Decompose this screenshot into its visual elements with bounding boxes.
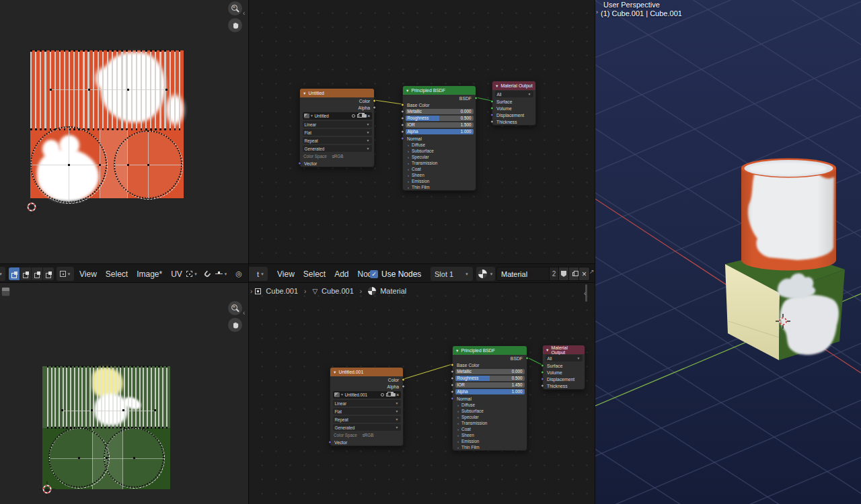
value-slider[interactable]: Roughness0.500: [406, 116, 474, 121]
input-socket[interactable]: [490, 120, 494, 124]
uv-select-edge-button[interactable]: [20, 267, 31, 280]
input-socket[interactable]: [541, 384, 544, 388]
node-header[interactable]: ▼Material Output: [492, 81, 535, 90]
unlink-material-button[interactable]: ×: [579, 267, 589, 280]
snap-toggle[interactable]: [202, 267, 211, 281]
input-socket[interactable]: [541, 371, 544, 374]
node-image-texture-001[interactable]: ▼Untitled.001ColorAlpha▼Untitled.001×Lin…: [330, 367, 404, 446]
output-socket[interactable]: [373, 99, 376, 103]
node-principled-bsdf[interactable]: ▼Principled BSDFBSDFBase ColorMetallic0.…: [402, 85, 476, 191]
menu-view[interactable]: View: [277, 269, 295, 279]
dropdown[interactable]: Repeat▼: [333, 416, 401, 423]
dropdown[interactable]: Generated▼: [333, 424, 401, 431]
input-socket[interactable]: [401, 103, 404, 107]
node-row-transmission[interactable]: ›Transmission: [453, 420, 527, 426]
node-row-diffuse[interactable]: ›Diffuse: [403, 142, 476, 148]
input-socket[interactable]: [451, 364, 454, 367]
collapse-icon[interactable]: ▼: [333, 370, 336, 374]
dropdown[interactable]: Linear▼: [333, 400, 401, 407]
value-slider[interactable]: Alpha1.000: [455, 389, 525, 394]
node-row-thin-film[interactable]: ›Thin Film: [453, 444, 527, 450]
menu-add[interactable]: Add: [334, 269, 348, 279]
material-users-count[interactable]: 2: [550, 267, 559, 280]
toolbar-expand-icon[interactable]: ›: [596, 9, 598, 15]
node-row-specular[interactable]: ›Specular: [403, 154, 476, 160]
node-header[interactable]: ▼Untitled.001: [330, 368, 403, 376]
input-socket[interactable]: [490, 114, 494, 117]
uv-2d-cursor[interactable]: [39, 481, 55, 497]
node-row-emission[interactable]: ›Emission: [403, 178, 476, 184]
node-row-subsurface[interactable]: ›Subsurface: [453, 408, 527, 414]
panel-divider[interactable]: [595, 0, 595, 504]
value-slider[interactable]: Metallic0.000: [406, 109, 474, 114]
input-socket[interactable]: [451, 397, 454, 401]
menu-view[interactable]: View: [79, 269, 97, 279]
collapse-icon[interactable]: ▼: [303, 91, 306, 95]
node-principled-bsdf-001[interactable]: ▼Principled BSDFBSDFBase ColorMetallic0.…: [452, 345, 527, 451]
use-nodes-checkbox[interactable]: ✓: [370, 270, 378, 278]
new-image-icon[interactable]: [386, 393, 389, 396]
shader-editor-top[interactable]: ▼UntitledColorAlpha▼Untitled×Linear▼Flat…: [249, 0, 595, 263]
dropdown[interactable]: Repeat▼: [303, 137, 372, 144]
uv-edge[interactable]: [62, 411, 155, 411]
new-image-icon[interactable]: [357, 114, 360, 118]
proportional-editing-toggle[interactable]: ◎: [233, 267, 244, 281]
input-socket[interactable]: [401, 110, 404, 114]
slot-dropdown[interactable]: Slot 1▼: [430, 267, 473, 281]
output-socket[interactable]: [474, 97, 478, 100]
image-datablock-field[interactable]: ▼Untitled.001×: [333, 391, 401, 398]
pan-hand-icon[interactable]: [228, 18, 242, 32]
value-slider[interactable]: IOR1.450: [455, 382, 525, 388]
collapse-icon[interactable]: ▼: [406, 89, 409, 93]
node-row-emission[interactable]: ›Emission: [453, 438, 527, 444]
input-socket[interactable]: [490, 107, 494, 110]
node-row-thin-film[interactable]: ›Thin Film: [403, 184, 476, 190]
uv-select-face-button[interactable]: [32, 267, 42, 280]
sidebar-collapse-icon[interactable]: ‹: [584, 290, 586, 297]
uv-2d-cursor[interactable]: [24, 199, 40, 215]
sticky-selection-dropdown[interactable]: ▼: [57, 267, 74, 281]
zoom-gizmo-icon[interactable]: [228, 1, 242, 15]
input-socket[interactable]: [451, 384, 454, 387]
output-socket[interactable]: [402, 378, 405, 382]
input-socket[interactable]: [328, 441, 332, 444]
open-image-icon[interactable]: [391, 393, 396, 396]
viewport-3d[interactable]: User Perspective (1) Cube.001 | Cube.001…: [595, 0, 861, 504]
input-socket[interactable]: [541, 364, 544, 368]
node-header[interactable]: ▼Principled BSDF: [403, 86, 476, 95]
fake-user-icon[interactable]: [352, 114, 355, 118]
node-material-output-001[interactable]: ▼Material OutputAll▼SurfaceVolumeDisplac…: [542, 345, 585, 390]
input-socket[interactable]: [490, 100, 494, 103]
input-socket[interactable]: [401, 117, 404, 120]
shader-type-dropdown[interactable]: t▼: [249, 267, 268, 281]
uv-select-vertex-button[interactable]: [9, 267, 20, 280]
uv-vertex-row[interactable]: [30, 50, 184, 52]
input-socket[interactable]: [451, 370, 454, 374]
dropdown[interactable]: Linear▼: [303, 121, 372, 128]
tool-tab-icon[interactable]: [1, 287, 10, 296]
panel-divider[interactable]: [248, 0, 249, 504]
sidebar-collapse-icon[interactable]: ‹: [243, 309, 245, 317]
node-header[interactable]: ▼Untitled: [300, 89, 374, 97]
node-row-sheen[interactable]: ›Sheen: [453, 432, 527, 438]
uv-edge[interactable]: [50, 89, 166, 90]
output-socket[interactable]: [402, 385, 405, 388]
image-datablock-field[interactable]: ▼Untitled×: [303, 112, 372, 120]
uv-image-editor-top[interactable]: ‹: [0, 0, 248, 263]
node-row-diffuse[interactable]: ›Diffuse: [453, 402, 527, 408]
pan-hand-icon[interactable]: [228, 318, 242, 332]
input-socket[interactable]: [451, 390, 454, 394]
value-slider[interactable]: Alpha1.000: [406, 129, 474, 134]
open-image-icon[interactable]: [363, 114, 367, 118]
browse-material-dropdown[interactable]: ▼: [476, 267, 495, 281]
pivot-dropdown[interactable]: ▼: [183, 267, 201, 281]
uv-select-island-button[interactable]: [43, 267, 54, 280]
node-header[interactable]: ▼Material Output: [543, 345, 585, 354]
node-row-coat[interactable]: ›Coat: [403, 166, 476, 172]
fake-user-icon[interactable]: [381, 393, 384, 396]
input-socket[interactable]: [451, 377, 454, 380]
zoom-gizmo-icon[interactable]: [228, 301, 242, 315]
output-socket[interactable]: [525, 357, 529, 360]
input-socket[interactable]: [401, 124, 404, 127]
editor-type-dropdown[interactable]: ▼: [0, 267, 5, 281]
